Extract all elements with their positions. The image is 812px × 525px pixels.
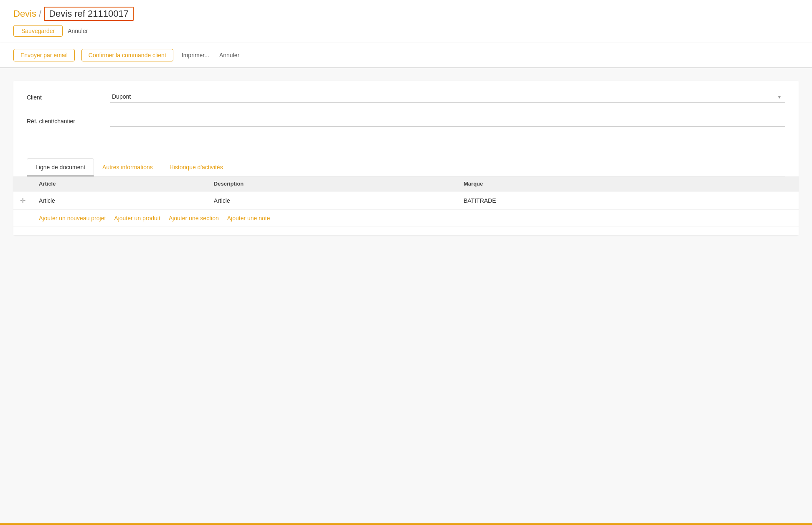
ref-input[interactable] — [110, 115, 785, 127]
client-input[interactable] — [110, 91, 785, 103]
print-button[interactable]: Imprimer... — [180, 49, 211, 61]
add-project-link[interactable]: Ajouter un nouveau projet — [39, 215, 106, 222]
action-bar: Envoyer par email Confirmer la commande … — [0, 43, 812, 68]
drag-handle-cell[interactable]: ✛ — [13, 191, 32, 210]
tab-historique-activites[interactable]: Historique d'activités — [161, 158, 231, 176]
main-content: Client ▼ Réf. client/chantier Ligne de d… — [0, 68, 812, 403]
col-extra — [721, 176, 799, 191]
add-section-link[interactable]: Ajouter une section — [169, 215, 219, 222]
client-dropdown-arrow[interactable]: ▼ — [777, 94, 782, 100]
add-note-link[interactable]: Ajouter une note — [227, 215, 270, 222]
save-button[interactable]: Sauvegarder — [13, 25, 63, 37]
col-description: Description — [207, 176, 457, 191]
client-row: Client ▼ — [27, 91, 785, 103]
marque-cell: BATITRADE — [457, 191, 721, 210]
client-label: Client — [27, 91, 110, 101]
col-article: Article — [32, 176, 207, 191]
extra-cell — [721, 191, 799, 210]
ref-label: Réf. client/chantier — [27, 115, 110, 125]
cancel-button-top[interactable]: Annuler — [68, 28, 88, 34]
description-cell: Article — [207, 191, 457, 210]
breadcrumb-current: Devis ref 21110017 — [44, 7, 134, 21]
article-cell: Article — [32, 191, 207, 210]
ref-field — [110, 115, 785, 127]
table-section: Article Description Marque ✛ Article Art… — [13, 176, 799, 235]
top-bar: Devis / Devis ref 21110017 Sauvegarder A… — [0, 0, 812, 43]
add-links: Ajouter un nouveau projet Ajouter un pro… — [39, 215, 792, 222]
add-links-row: Ajouter un nouveau projet Ajouter un pro… — [13, 210, 799, 227]
add-links-cell: Ajouter un nouveau projet Ajouter un pro… — [32, 210, 799, 227]
table-header: Article Description Marque — [13, 176, 799, 191]
lines-table: Article Description Marque ✛ Article Art… — [13, 176, 799, 227]
add-links-spacer — [13, 210, 32, 227]
tab-autres-informations[interactable]: Autres informations — [94, 158, 161, 176]
add-product-link[interactable]: Ajouter un produit — [114, 215, 160, 222]
col-drag — [13, 176, 32, 191]
drag-handle-icon[interactable]: ✛ — [20, 197, 25, 204]
tabs: Ligne de document Autres informations Hi… — [27, 158, 785, 176]
confirm-order-button[interactable]: Confirmer la commande client — [81, 49, 173, 61]
breadcrumb-parent[interactable]: Devis — [13, 8, 36, 19]
form-section: Client ▼ Réf. client/chantier — [13, 81, 799, 148]
breadcrumb: Devis / Devis ref 21110017 — [13, 7, 799, 21]
client-field: ▼ — [110, 91, 785, 103]
tabs-container: Ligne de document Autres informations Hi… — [13, 158, 799, 176]
email-button[interactable]: Envoyer par email — [13, 49, 75, 61]
col-marque: Marque — [457, 176, 721, 191]
cancel-button[interactable]: Annuler — [218, 49, 241, 61]
content-wrapper: Client ▼ Réf. client/chantier Ligne de d… — [13, 81, 799, 235]
table-body: ✛ Article Article BATITRADE Ajouter un n… — [13, 191, 799, 227]
ref-row: Réf. client/chantier — [27, 115, 785, 127]
table-row: ✛ Article Article BATITRADE — [13, 191, 799, 210]
breadcrumb-separator: / — [39, 8, 41, 19]
tab-ligne-document[interactable]: Ligne de document — [27, 158, 94, 176]
top-action-buttons: Sauvegarder Annuler — [13, 25, 799, 43]
